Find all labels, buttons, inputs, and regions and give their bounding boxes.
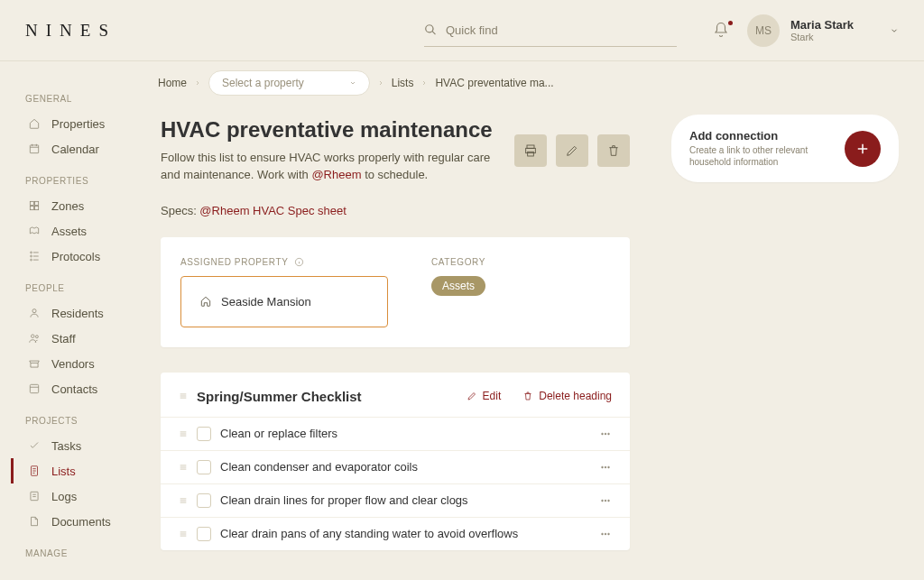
checklist-item: Clear drain pans of any standing water t… (161, 517, 630, 550)
sidebar-item-logs[interactable]: Logs (11, 483, 144, 509)
spec-link[interactable]: @Rheem HVAC Spec sheet (199, 204, 346, 217)
svg-rect-0 (30, 145, 38, 153)
svg-point-7 (31, 259, 32, 261)
more-icon[interactable] (599, 494, 612, 507)
edit-heading-button[interactable]: Edit (467, 390, 502, 402)
properties-icon (28, 117, 41, 130)
add-connection-button[interactable] (845, 131, 881, 167)
print-button[interactable] (514, 134, 547, 167)
assigned-property-label: ASSIGNED PROPERTY (180, 257, 388, 267)
edit-button[interactable] (556, 134, 588, 167)
checkbox[interactable] (197, 460, 211, 474)
checklist-item: Clean drain lines for proper flow and cl… (161, 483, 630, 517)
sidebar-item-calendar[interactable]: Calendar (11, 136, 144, 161)
user-subtitle: Stark (790, 32, 854, 42)
property-selector[interactable]: Select a property (208, 70, 370, 96)
drag-handle-icon[interactable] (179, 391, 188, 400)
contacts-icon (28, 382, 41, 395)
checkbox[interactable] (197, 427, 211, 441)
checkbox[interactable] (197, 527, 211, 541)
more-icon[interactable] (599, 428, 612, 440)
pencil-icon (565, 143, 579, 158)
residents-icon (28, 307, 41, 319)
checklist-item-label: Clean condenser and evaporator coils (220, 460, 590, 474)
mention-link[interactable]: @Rheem (311, 168, 361, 181)
page-header: HVAC preventative maintenance Follow thi… (144, 104, 646, 237)
svg-point-8 (32, 309, 36, 313)
sidebar-item-label: Tasks (51, 439, 81, 453)
svg-rect-11 (30, 384, 38, 392)
lists-icon (28, 465, 41, 477)
drag-handle-icon[interactable] (179, 529, 188, 539)
staff-icon (28, 332, 41, 345)
sidebar-item-protocols[interactable]: Protocols (11, 244, 144, 269)
sidebar-item-assets[interactable]: Assets (11, 218, 144, 244)
svg-rect-2 (35, 201, 39, 205)
svg-rect-4 (35, 207, 39, 210)
breadcrumb-home[interactable]: Home (158, 77, 187, 89)
svg-rect-16 (528, 152, 534, 156)
bell-icon (713, 22, 729, 38)
sidebar-item-staff[interactable]: Staff (11, 326, 144, 351)
sidebar-item-contacts[interactable]: Contacts (11, 376, 144, 401)
search-input[interactable]: Quick find (424, 14, 677, 47)
delete-button[interactable] (597, 134, 630, 167)
user-name: Maria Stark (790, 18, 854, 32)
category-pill[interactable]: Assets (431, 276, 485, 296)
assets-icon (28, 225, 41, 237)
more-icon[interactable] (599, 528, 612, 540)
sidebar-item-label: Properties (51, 117, 105, 131)
breadcrumb-lists[interactable]: Lists (392, 77, 414, 89)
sidebar-group-label: GENERAL (25, 94, 144, 104)
search-placeholder: Quick find (446, 23, 498, 37)
checklist-card: Spring/Summer Checklist Edit Delete head… (161, 373, 630, 550)
sidebar-item-vendors[interactable]: Vendors (11, 351, 144, 376)
svg-rect-14 (527, 145, 534, 148)
svg-point-28 (605, 533, 606, 535)
sidebar-group-label: PEOPLE (25, 283, 144, 293)
chevron-down-icon (890, 26, 899, 35)
sidebar-item-documents[interactable]: Documents (11, 509, 144, 534)
trash-icon (522, 391, 533, 401)
sidebar-item-properties[interactable]: Properties (11, 111, 144, 136)
sidebar-item-residents[interactable]: Residents (11, 300, 144, 326)
sidebar-item-zones[interactable]: Zones (11, 193, 144, 218)
checkbox[interactable] (197, 493, 211, 508)
property-selector-label: Select a property (222, 77, 304, 89)
svg-rect-1 (30, 201, 33, 205)
svg-point-29 (608, 533, 610, 535)
drag-handle-icon[interactable] (179, 463, 188, 472)
home-icon (199, 295, 212, 308)
checklist-item-label: Clear drain pans of any standing water t… (220, 527, 590, 540)
assigned-property-box[interactable]: Seaside Mansion (180, 276, 388, 327)
sidebar-item-label: Protocols (51, 250, 100, 263)
sidebar-item-label: Contacts (51, 382, 97, 396)
user-menu[interactable]: MS Maria Stark Stark (747, 14, 899, 47)
svg-point-6 (31, 255, 32, 257)
drag-handle-icon[interactable] (179, 496, 188, 505)
chevron-right-icon (377, 79, 384, 87)
tasks-icon (28, 439, 41, 452)
chevron-down-icon (349, 79, 356, 87)
info-icon[interactable] (294, 257, 304, 267)
sidebar-item-tasks[interactable]: Tasks (11, 433, 144, 458)
delete-heading-button[interactable]: Delete heading (522, 390, 612, 402)
property-category-card: ASSIGNED PROPERTY Seaside Mansion CATEGO… (161, 237, 630, 347)
checklist-item: Clean or replace filters (161, 417, 630, 450)
svg-point-27 (602, 533, 604, 535)
more-icon[interactable] (599, 461, 612, 474)
add-connection-card: Add connection Create a link to other re… (671, 115, 899, 182)
notification-dot (728, 21, 733, 25)
drag-handle-icon[interactable] (179, 429, 188, 438)
trash-icon (606, 143, 621, 158)
sidebar-item-label: Zones (51, 199, 84, 213)
sidebar-item-lists[interactable]: Lists (11, 458, 144, 483)
add-connection-title: Add connection (689, 129, 832, 143)
svg-point-10 (35, 336, 38, 338)
sidebar-item-label: Residents (51, 307, 104, 320)
chevron-right-icon (420, 79, 428, 87)
svg-point-20 (608, 433, 610, 435)
notification-bell[interactable] (713, 22, 731, 40)
sidebar-item-label: Logs (51, 490, 77, 503)
documents-icon (28, 515, 41, 528)
